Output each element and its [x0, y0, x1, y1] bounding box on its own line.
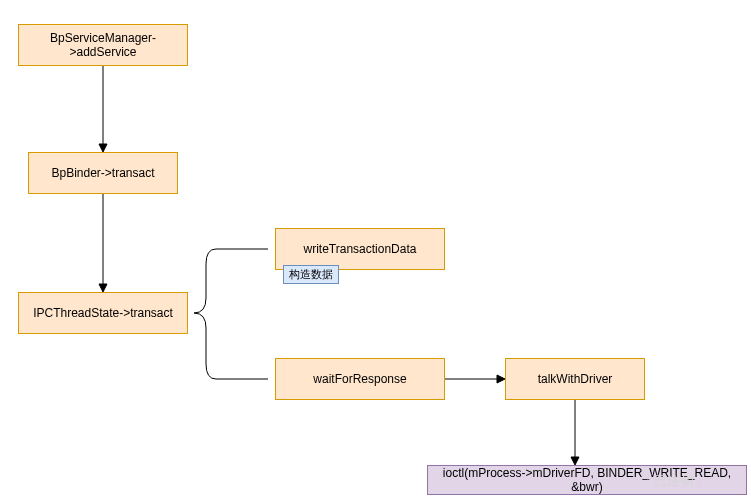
svg-marker-1	[99, 144, 107, 152]
node-addservice: BpServiceManager->addService	[18, 24, 188, 66]
node-waitforresponse: waitForResponse	[275, 358, 445, 400]
node-talkwithdriver: talkWithDriver	[505, 358, 645, 400]
node-writetransactiondata-label: writeTransactionData	[304, 242, 417, 256]
node-waitforresponse-label: waitForResponse	[313, 372, 406, 386]
svg-marker-9	[571, 457, 579, 465]
svg-marker-3	[99, 284, 107, 292]
svg-marker-7	[497, 375, 505, 383]
node-ipcthreadstate-transact-label: IPCThreadState->transact	[33, 306, 173, 320]
node-talkwithdriver-label: talkWithDriver	[538, 372, 613, 386]
node-ioctl: ioctl(mProcess->mDriverFD, BINDER_WRITE_…	[427, 465, 747, 495]
node-writetransactiondata: writeTransactionData	[275, 228, 445, 270]
node-bpbinder-transact-label: BpBinder->transact	[51, 166, 154, 180]
node-bpbinder-transact: BpBinder->transact	[28, 152, 178, 194]
tag-construct-data-label: 构造数据	[289, 268, 333, 280]
node-ipcthreadstate-transact: IPCThreadState->transact	[18, 292, 188, 334]
tag-construct-data: 构造数据	[283, 265, 339, 284]
node-addservice-label: BpServiceManager->addService	[23, 31, 183, 59]
node-ioctl-label: ioctl(mProcess->mDriverFD, BINDER_WRITE_…	[432, 466, 742, 494]
